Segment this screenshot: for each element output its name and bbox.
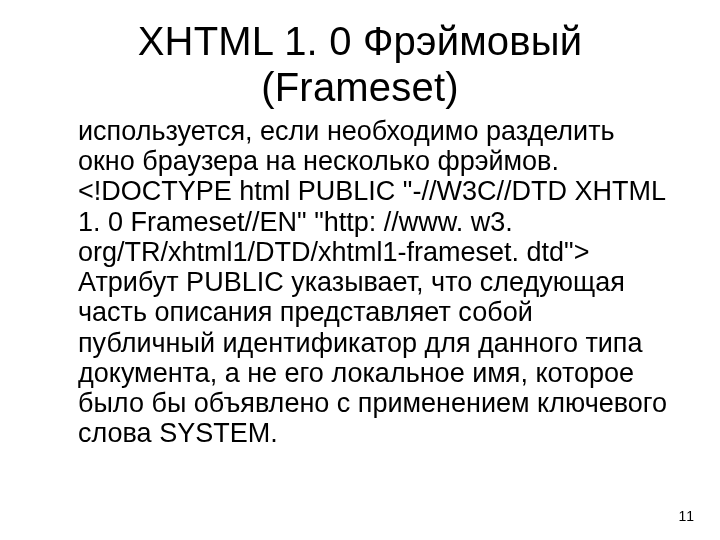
slide: XHTML 1. 0 Фрэймовый (Frameset) использу… bbox=[0, 0, 720, 540]
slide-title: XHTML 1. 0 Фрэймовый (Frameset) bbox=[50, 18, 670, 110]
slide-body: используется, если необходимо разделить … bbox=[50, 116, 670, 449]
page-number: 11 bbox=[678, 508, 694, 524]
paragraph-public: Атрибут PUBLIC указывает, что следующая … bbox=[50, 267, 670, 448]
paragraph-intro: используется, если необходимо разделить … bbox=[50, 116, 670, 176]
paragraph-doctype: <!DOCTYPE html PUBLIC "-//W3C//DTD XHTML… bbox=[50, 176, 670, 267]
